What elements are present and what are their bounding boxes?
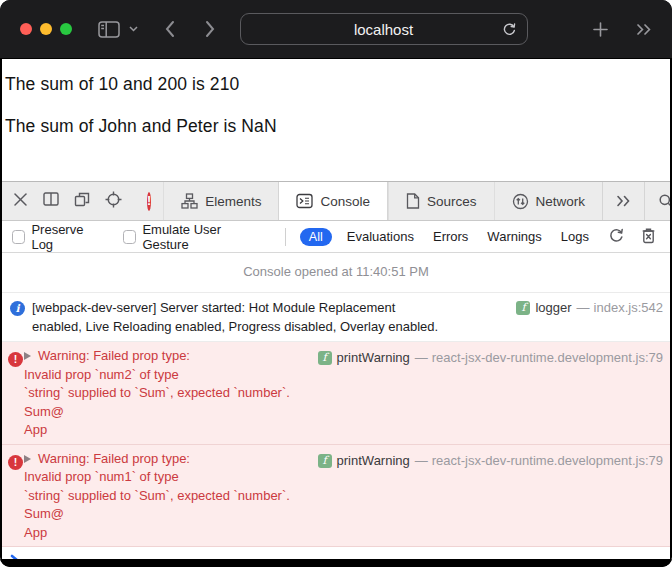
new-tab-icon[interactable] xyxy=(593,22,608,37)
error-icon: ! xyxy=(8,352,23,367)
warning-line: Invalid prop `num2` of type xyxy=(24,366,662,385)
checkbox-icon[interactable] xyxy=(12,230,25,244)
error-icon: ! xyxy=(8,455,23,470)
log-line: [webpack-dev-server] Server started: Hot… xyxy=(32,299,438,318)
function-name: printWarning xyxy=(337,349,410,368)
location-separator: — xyxy=(415,349,428,368)
sidebar-toggle-icon[interactable] xyxy=(98,21,120,38)
console-prompt-input[interactable] xyxy=(2,547,670,559)
scope-warnings[interactable]: Warnings xyxy=(487,229,541,244)
source-location-link[interactable]: index.js:542 xyxy=(594,299,663,318)
forward-button[interactable] xyxy=(205,20,216,38)
console-message-warning-num1: ! Warning: Failed prop type: Invalid pro… xyxy=(2,445,670,548)
dock-side-icon[interactable] xyxy=(43,192,59,210)
browser-window: localhost The sum of 10 and 200 is 210 T… xyxy=(0,0,672,567)
sum-result-numbers: The sum of 10 and 200 is 210 xyxy=(5,74,664,95)
info-icon: i xyxy=(10,301,25,316)
close-devtools-icon[interactable] xyxy=(13,192,28,211)
warning-line: Sum@ xyxy=(24,403,662,422)
sum-result-nan: The sum of John and Peter is NaN xyxy=(5,116,664,137)
console-filter-bar: Preserve Log Emulate User Gesture All Ev… xyxy=(2,221,670,253)
refresh-icon[interactable] xyxy=(608,227,625,247)
scope-logs[interactable]: Logs xyxy=(561,229,589,244)
location-separator: — xyxy=(577,299,590,318)
warning-line: App xyxy=(24,421,662,440)
function-badge-icon: f xyxy=(318,454,332,468)
warning-line: App xyxy=(24,524,662,543)
warning-line: Warning: Failed prop type: xyxy=(38,347,190,366)
console-opened-timestamp: Console opened at 11:40:51 PM xyxy=(2,253,670,293)
disclosure-triangle-icon[interactable] xyxy=(24,352,31,360)
reload-icon[interactable] xyxy=(502,22,517,37)
scope-evaluations[interactable]: Evaluations xyxy=(347,229,414,244)
emulate-user-gesture-label: Emulate User Gesture xyxy=(142,222,265,252)
more-tabs-icon[interactable] xyxy=(602,182,644,220)
console-message-warning-num2: ! Warning: Failed prop type: Invalid pro… xyxy=(2,342,670,445)
function-badge-icon: f xyxy=(516,301,530,315)
window-controls xyxy=(20,23,72,35)
address-bar-url[interactable]: localhost xyxy=(251,21,502,38)
issues-error-badge[interactable]: ! xyxy=(147,192,151,211)
tab-sources-label: Sources xyxy=(427,194,477,209)
window-bottom-frame xyxy=(0,559,672,567)
warning-line: Warning: Failed prop type: xyxy=(38,450,190,469)
tab-sources[interactable]: Sources xyxy=(388,182,494,220)
close-window-button[interactable] xyxy=(20,23,32,35)
tab-network-label: Network xyxy=(536,194,586,209)
console-log: Console opened at 11:40:51 PM i [webpack… xyxy=(2,253,670,559)
checkbox-icon[interactable] xyxy=(123,230,136,244)
tab-console-label: Console xyxy=(320,194,370,209)
tab-elements[interactable]: Elements xyxy=(163,182,278,220)
search-icon[interactable] xyxy=(644,182,670,220)
preserve-log-label: Preserve Log xyxy=(31,222,105,252)
toolbar-overflow-icon[interactable] xyxy=(636,23,652,36)
location-separator: — xyxy=(415,452,428,471)
tab-console[interactable]: Console xyxy=(278,182,388,220)
clear-console-trash-icon[interactable] xyxy=(641,227,656,247)
warning-line: Invalid prop `num1` of type xyxy=(24,468,662,487)
scope-all[interactable]: All xyxy=(300,228,332,246)
disclosure-triangle-icon[interactable] xyxy=(24,455,31,463)
back-button[interactable] xyxy=(164,20,175,38)
browser-toolbar: localhost xyxy=(0,0,672,58)
scope-errors[interactable]: Errors xyxy=(433,229,468,244)
tab-elements-label: Elements xyxy=(205,194,261,209)
console-message-info: i [webpack-dev-server] Server started: H… xyxy=(2,293,670,342)
detach-window-icon[interactable] xyxy=(74,192,90,211)
function-badge-icon: f xyxy=(318,351,332,365)
function-name: logger xyxy=(535,299,571,318)
preserve-log-checkbox[interactable]: Preserve Log xyxy=(12,222,105,252)
source-location-link[interactable]: react-jsx-dev-runtime.development.js:79 xyxy=(432,452,663,471)
function-name: printWarning xyxy=(337,452,410,471)
page-content: The sum of 10 and 200 is 210 The sum of … xyxy=(2,58,670,181)
devtools-tabbar: ! Elements Console Sources Network xyxy=(2,181,670,221)
tab-network[interactable]: Network xyxy=(494,182,603,220)
source-location-link[interactable]: react-jsx-dev-runtime.development.js:79 xyxy=(432,349,663,368)
address-bar[interactable]: localhost xyxy=(240,13,528,45)
minimize-window-button[interactable] xyxy=(40,23,52,35)
emulate-user-gesture-checkbox[interactable]: Emulate User Gesture xyxy=(123,222,265,252)
warning-line: `string` supplied to `Sum`, expected `nu… xyxy=(24,384,662,403)
warning-line: Sum@ xyxy=(24,505,662,524)
zoom-window-button[interactable] xyxy=(60,23,72,35)
warning-line: `string` supplied to `Sum`, expected `nu… xyxy=(24,487,662,506)
log-line: enabled, Live Reloading enabled, Progres… xyxy=(32,318,438,337)
inspect-element-icon[interactable] xyxy=(105,191,122,212)
sidebar-chevron-down-icon[interactable] xyxy=(129,26,138,32)
